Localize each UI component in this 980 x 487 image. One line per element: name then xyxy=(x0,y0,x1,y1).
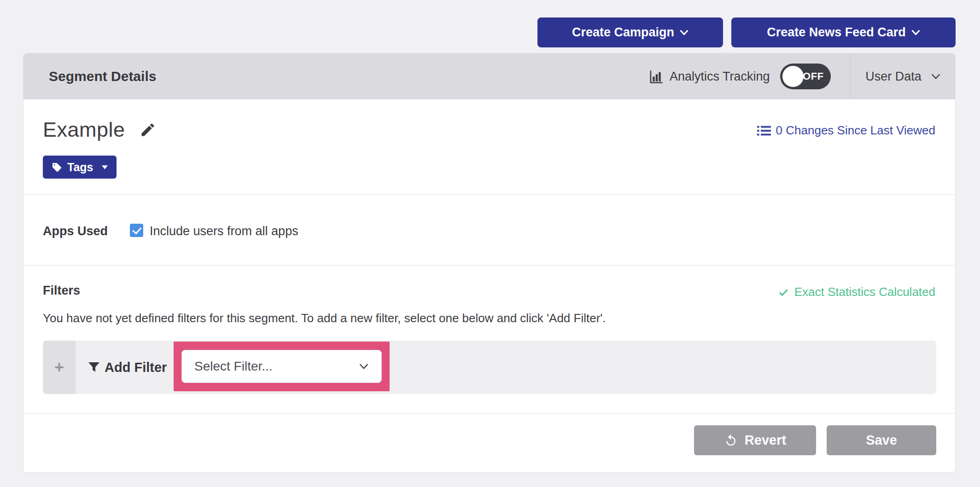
select-filter-placeholder: Select Filter... xyxy=(194,359,273,374)
pencil-icon xyxy=(140,122,156,138)
list-icon xyxy=(757,125,771,136)
panel-header: Segment Details Analytics Tracking OFF U… xyxy=(23,53,955,99)
chevron-down-icon xyxy=(680,30,688,35)
create-news-feed-card-label: Create News Feed Card xyxy=(767,25,906,40)
analytics-tracking-label: Analytics Tracking xyxy=(670,70,770,84)
bar-chart-icon xyxy=(649,70,663,84)
add-filter-row: + Add Filter Select Filter... xyxy=(43,341,936,394)
create-news-feed-card-button[interactable]: Create News Feed Card xyxy=(731,17,956,47)
toggle-knob xyxy=(782,66,804,87)
select-filter-dropdown[interactable]: Select Filter... xyxy=(181,350,382,383)
undo-icon xyxy=(724,434,738,447)
chevron-down-icon xyxy=(359,364,369,370)
analytics-tracking-toggle[interactable]: OFF xyxy=(780,64,831,89)
edit-segment-name-button[interactable] xyxy=(139,121,157,139)
apps-used-label: Apps Used xyxy=(43,224,108,238)
revert-button-label: Revert xyxy=(745,433,786,448)
save-button-label: Save xyxy=(866,433,897,448)
revert-button[interactable]: Revert xyxy=(694,425,816,455)
page-title: Segment Details xyxy=(49,53,156,99)
caret-down-icon xyxy=(102,165,108,169)
include-all-apps-checkbox[interactable] xyxy=(130,224,143,237)
create-campaign-label: Create Campaign xyxy=(572,25,674,40)
section-divider xyxy=(23,265,955,266)
plus-icon[interactable]: + xyxy=(43,341,76,394)
changes-since-last-viewed-link[interactable]: 0 Changes Since Last Viewed xyxy=(757,123,935,138)
footer-divider xyxy=(23,413,955,414)
create-campaign-button[interactable]: Create Campaign xyxy=(537,17,723,47)
toggle-state-label: OFF xyxy=(803,70,831,82)
changes-link-label: 0 Changes Since Last Viewed xyxy=(776,123,935,138)
segment-details-page: Create Campaign Create News Feed Card Se… xyxy=(0,0,980,487)
highlight-annotation: Select Filter... xyxy=(174,342,390,391)
analytics-tracking-group: Analytics Tracking OFF xyxy=(649,53,831,99)
check-icon xyxy=(778,286,789,298)
add-filter-label: Add Filter xyxy=(105,360,167,375)
filters-empty-message: You have not yet defined filters for thi… xyxy=(43,311,606,325)
user-data-dropdown[interactable]: User Data xyxy=(851,53,956,99)
segment-name: Example xyxy=(43,118,125,142)
include-all-apps-label: Include users from all apps xyxy=(150,224,298,238)
user-data-label: User Data xyxy=(865,70,922,84)
filter-funnel-icon xyxy=(88,362,99,373)
filters-label: Filters xyxy=(43,284,80,298)
tag-icon xyxy=(52,162,62,173)
filters-status: Exact Statistics Calculated xyxy=(778,285,935,299)
add-filter-group: Add Filter xyxy=(88,341,167,394)
tags-button-label: Tags xyxy=(67,161,93,174)
section-divider xyxy=(23,194,955,195)
chevron-down-icon xyxy=(931,74,941,80)
filters-status-label: Exact Statistics Calculated xyxy=(794,285,935,299)
chevron-down-icon xyxy=(911,30,920,35)
tags-button[interactable]: Tags xyxy=(43,156,117,179)
save-button[interactable]: Save xyxy=(827,425,936,455)
segment-details-panel: Segment Details Analytics Tracking OFF U… xyxy=(23,53,956,473)
